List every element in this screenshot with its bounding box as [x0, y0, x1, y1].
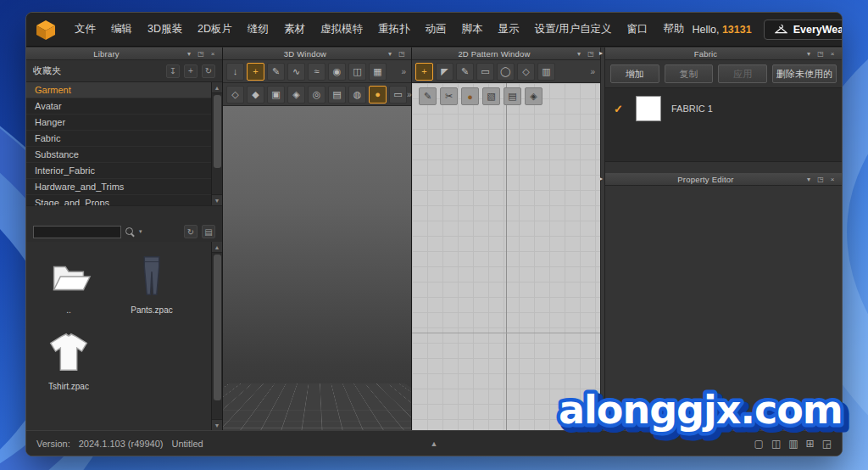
measure-tape-icon[interactable]: ▭	[389, 86, 407, 104]
library-folders-scrollbar[interactable]: ▲ ▼	[211, 82, 222, 205]
transform-pattern-tool[interactable]: +	[415, 63, 433, 81]
rectangle-tool[interactable]: ▭	[476, 63, 494, 81]
scroll-up-icon[interactable]: ▲	[212, 82, 222, 93]
show-avatar-icon[interactable]: ◈	[287, 86, 305, 104]
layout-single-icon[interactable]: ▢	[754, 438, 764, 450]
layout-three-icon[interactable]: ▥	[788, 438, 798, 450]
menu-item-12[interactable]: 设置/用户自定义	[526, 22, 619, 36]
arrange-tool[interactable]: ▦	[369, 63, 387, 81]
edit-pattern-tool[interactable]: ◤	[436, 63, 453, 81]
stamp-tool[interactable]: ▧	[482, 87, 500, 105]
menu-item-4[interactable]: 2D板片	[190, 22, 240, 36]
menu-item-9[interactable]: 动画	[417, 22, 453, 36]
dock-arrow-icon[interactable]: ▸	[599, 175, 603, 182]
menu-item-1[interactable]: 文件	[67, 22, 103, 36]
library-search-input[interactable]	[33, 226, 121, 238]
viewport-2d[interactable]: ✎✂●▧▤◈	[412, 83, 600, 430]
menu-item-10[interactable]: 脚本	[453, 22, 490, 36]
menu-item-14[interactable]: 帮助	[655, 22, 692, 36]
tape-tool[interactable]: ▤	[504, 87, 521, 105]
refresh-icon[interactable]: ↻	[202, 64, 215, 78]
delete-unused-fabric-button[interactable]: 删除未使用的	[772, 64, 837, 83]
show-cloth-icon[interactable]: ▤	[328, 86, 346, 104]
library-folder-avatar[interactable]: Avatar	[26, 98, 211, 115]
show-fitting-icon[interactable]: ◍	[348, 86, 366, 104]
show-paint-icon[interactable]: ●	[369, 86, 387, 104]
menu-item-3[interactable]: 3D服装	[140, 22, 190, 36]
scroll-down-icon[interactable]: ▼	[212, 194, 222, 205]
menu-item-8[interactable]: 重拓扑	[370, 22, 418, 36]
edit-texture-tool[interactable]: ✎	[419, 87, 437, 105]
menu-item-7[interactable]: 虚拟模特	[313, 22, 370, 36]
add-fabric-button[interactable]: 增加	[610, 64, 659, 83]
library-folder-hardware-and-trims[interactable]: Hardware_and_Trims	[26, 179, 211, 195]
show-avatar-skin-icon[interactable]: ◎	[308, 86, 326, 104]
search-icon[interactable]	[125, 227, 136, 238]
toolbar-overflow-icon[interactable]: »	[401, 67, 408, 76]
scroll-up-icon[interactable]: ▲	[212, 242, 222, 253]
library-menu-caret-icon[interactable]: ▾	[183, 50, 195, 58]
add-icon[interactable]: +	[184, 64, 198, 78]
toolbar-overflow-icon[interactable]: »	[590, 67, 597, 76]
scroll-thumb[interactable]	[214, 95, 221, 168]
drop-to-floor-tool[interactable]: ↓	[226, 63, 244, 81]
scroll-down-icon[interactable]: ▼	[212, 419, 222, 430]
library-folder-stage-and-props[interactable]: Stage_and_Props	[26, 195, 211, 206]
2d-float-icon[interactable]: ◳	[585, 50, 597, 58]
property-menu-caret-icon[interactable]: ▾	[803, 176, 815, 183]
show-thick-garment-icon[interactable]: ◆	[247, 86, 264, 104]
library-float-icon[interactable]: ◳	[195, 50, 207, 58]
menu-item-13[interactable]: 窗口	[619, 22, 655, 36]
username[interactable]: 13131	[722, 24, 752, 36]
library-folder-substance[interactable]: Substance	[26, 147, 211, 163]
fabric-menu-caret-icon[interactable]: ▾	[803, 50, 815, 58]
library-file-Tshirt.zpac[interactable]: Tshirt.zpac	[31, 327, 106, 391]
library-folder-hanger[interactable]: Hanger	[26, 115, 211, 131]
show-garment-icon[interactable]: ◇	[226, 86, 244, 104]
list-view-icon[interactable]: ▤	[202, 225, 215, 238]
pen-tool[interactable]: ✎	[456, 63, 474, 81]
menu-item-5[interactable]: 缝纫	[240, 22, 276, 36]
layout-two-icon[interactable]: ◫	[771, 438, 781, 450]
2d-menu-caret-icon[interactable]: ▾	[573, 50, 585, 58]
apply-fabric-button[interactable]: 应用	[718, 64, 767, 83]
library-file-Pants.zpac[interactable]: Pants.zpac	[114, 250, 189, 315]
collapse-statusbar-icon[interactable]: ▲	[431, 439, 438, 448]
dart-tool[interactable]: ◇	[517, 63, 535, 81]
fold-arrange-tool[interactable]: ◫	[348, 63, 366, 81]
select-move-tool[interactable]: +	[247, 63, 264, 81]
fabric-float-icon[interactable]: ◳	[815, 50, 826, 58]
scroll-thumb[interactable]	[214, 255, 221, 400]
property-close-icon[interactable]: ×	[826, 176, 838, 183]
snapshot-icon[interactable]: ◲	[822, 438, 832, 450]
dock-arrow-icon[interactable]: ▸	[599, 49, 603, 57]
library-close-icon[interactable]: ×	[207, 50, 219, 58]
menu-item-6[interactable]: 素材	[276, 22, 313, 36]
search-caret-icon[interactable]: ▾	[139, 228, 142, 235]
scissors-tool[interactable]: ✂	[440, 87, 458, 105]
show-mesh-icon[interactable]: ▣	[267, 86, 285, 104]
library-folder-fabric[interactable]: Fabric	[26, 131, 211, 147]
sewing-tool[interactable]: ∿	[287, 63, 305, 81]
refresh-view-icon[interactable]: ↻	[184, 225, 198, 238]
viewport-3d[interactable]	[223, 106, 411, 430]
menu-item-2[interactable]: 编辑	[103, 22, 140, 36]
leather-tool[interactable]: ●	[461, 87, 479, 105]
fabric-close-icon[interactable]: ×	[826, 50, 838, 58]
3d-menu-caret-icon[interactable]: ▾	[384, 50, 396, 58]
import-icon[interactable]: ↧	[166, 64, 180, 78]
everywear-badge[interactable]: EveryWear (Beta)	[764, 20, 843, 40]
free-sewing-tool[interactable]: ≈	[308, 63, 326, 81]
fabric-item-fabric-1[interactable]: ✓FABRIC 1	[614, 93, 833, 124]
notch-tool[interactable]: ▥	[537, 63, 555, 81]
library-file-..[interactable]: ..	[31, 250, 106, 315]
property-float-icon[interactable]: ◳	[815, 176, 826, 183]
3d-float-icon[interactable]: ◳	[396, 50, 408, 58]
pin-tool[interactable]: ◉	[328, 63, 346, 81]
menu-item-11[interactable]: 显示	[490, 22, 526, 36]
circle-tool[interactable]: ◯	[497, 63, 515, 81]
copy-fabric-button[interactable]: 复制	[665, 64, 714, 83]
select-mesh-tool[interactable]: ✎	[267, 63, 285, 81]
library-folder-garment[interactable]: Garment	[26, 82, 211, 98]
layout-quad-icon[interactable]: ⊞	[806, 438, 815, 450]
